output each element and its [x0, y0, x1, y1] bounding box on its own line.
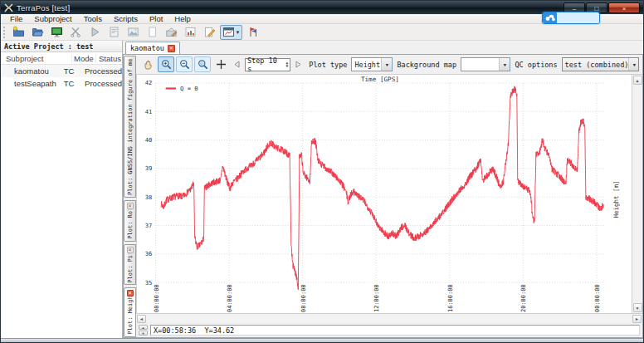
- spin-down-icon[interactable]: ▼: [286, 65, 289, 68]
- menu-subproject[interactable]: Subproject: [28, 14, 77, 24]
- report-button[interactable]: [105, 25, 122, 40]
- plot-type-select[interactable]: Height ▼: [351, 57, 393, 71]
- scroll-up-icon[interactable]: ▲: [633, 76, 642, 85]
- scroll-left-icon[interactable]: ◄: [137, 315, 146, 323]
- plot-window-icon: [222, 26, 235, 38]
- qc-options-value: test (combined): [565, 61, 629, 69]
- open-project-icon: [32, 26, 44, 38]
- svg-text:40: 40: [145, 136, 153, 144]
- statistics-button[interactable]: [182, 25, 198, 40]
- col-status: Status: [96, 54, 122, 63]
- flags-icon: [247, 26, 260, 38]
- svg-text:08:00:00: 08:00:00: [300, 284, 307, 312]
- zoom-in-tool-button[interactable]: [158, 56, 174, 72]
- flags-button[interactable]: [245, 25, 261, 40]
- horizontal-scrollbar[interactable]: ◄ ►: [136, 313, 642, 323]
- preprocess-tools-icon: [70, 26, 82, 38]
- menu-scripts[interactable]: Scripts: [108, 14, 144, 24]
- plot-page: Step 10 s ▲▼ Plot type Height ▼ Backgrou…: [136, 55, 642, 337]
- y-axis-label: Height [m]: [612, 180, 620, 218]
- cursor-coordinates: X=00:58:36 Y=34.62: [150, 325, 640, 336]
- menu-plot[interactable]: Plot: [144, 14, 168, 24]
- background-map-select[interactable]: ▼: [461, 57, 510, 71]
- scroll-right-icon[interactable]: ►: [632, 315, 642, 323]
- plot-window-button[interactable]: ▼: [220, 25, 242, 40]
- vertical-scrollbar[interactable]: ▲ ▼: [632, 75, 642, 313]
- zoom-region-tool-button[interactable]: [194, 56, 211, 72]
- dropdown-arrow-icon[interactable]: ▼: [381, 58, 392, 71]
- main-toolbar: ▼: [1, 24, 643, 41]
- plot-window-dropdown-caret[interactable]: ▼: [236, 30, 241, 35]
- table-row[interactable]: kaomatou TC Processed: [1, 65, 122, 77]
- workspace: kaomatou ✕ Plot: GNSS/INS integration fi…: [123, 41, 643, 338]
- vtab-label: Plot: Height: [127, 297, 134, 335]
- toolbar-grip[interactable]: [3, 27, 6, 38]
- app-window: TerraPos [test] – □ × File Subproject To…: [0, 0, 644, 343]
- step-size-value: Step 10 s: [247, 56, 285, 73]
- svg-text:00:00:00: 00:00:00: [593, 284, 601, 312]
- crosshair-icon: [216, 59, 227, 70]
- pan-hand-icon: [143, 59, 154, 70]
- tab-plot-gnss-ins-fom[interactable]: Plot: GNSS/INS integration figure of mer…: [124, 56, 136, 198]
- dropdown-arrow-icon[interactable]: ▼: [628, 58, 639, 71]
- preprocess-tools-button[interactable]: [67, 25, 84, 40]
- spin-down-icon[interactable]: ▼: [139, 331, 148, 336]
- view-monitor-icon: [51, 26, 63, 38]
- svg-text:35: 35: [145, 279, 153, 287]
- edit-script-icon: [203, 26, 216, 38]
- x-tick-labels: 00:00:00 04:00:00 08:00:00 12:00:00 16:0…: [152, 284, 601, 312]
- document-tabbar: kaomatou ✕: [123, 41, 643, 54]
- status-spinner[interactable]: ▲▼: [139, 325, 148, 336]
- ime-field[interactable]: [557, 12, 599, 23]
- tab-plot-pitch[interactable]: ✕ Plot: Pitch: [124, 244, 136, 286]
- step-forward-button[interactable]: [292, 56, 305, 72]
- step-forward-icon: [295, 61, 302, 68]
- tab-plot-roll[interactable]: ✕ Plot: Roll: [124, 200, 136, 242]
- floating-ime-widget[interactable]: [542, 12, 600, 24]
- qc-options-select[interactable]: test (combined) ▼: [562, 57, 639, 71]
- zoom-region-icon: [198, 59, 208, 70]
- background-map-label: Background map: [397, 61, 456, 69]
- run-process-button[interactable]: [86, 25, 103, 40]
- pan-tool-button[interactable]: [139, 56, 156, 72]
- step-size-field[interactable]: Step 10 s ▲▼: [245, 58, 290, 71]
- menu-tools[interactable]: Tools: [78, 14, 108, 24]
- svg-text:42: 42: [145, 80, 153, 87]
- plot-type-value: Height: [354, 61, 380, 69]
- new-page-button[interactable]: [144, 25, 160, 40]
- chart-area: 42 41 40 39 38 37 36 35 00:00:00: [136, 74, 642, 313]
- dropdown-arrow-icon[interactable]: ▼: [499, 58, 510, 71]
- image-view-button[interactable]: [124, 25, 141, 40]
- menu-file[interactable]: File: [4, 14, 28, 24]
- vtab-close-icon[interactable]: ✕: [127, 247, 134, 253]
- new-project-button[interactable]: [10, 25, 27, 40]
- tab-plot-height[interactable]: ✕ Plot: Height: [124, 287, 136, 337]
- table-row[interactable]: testSeapath TC Processed: [1, 77, 122, 90]
- tab-kaomatou[interactable]: kaomatou ✕: [125, 42, 180, 54]
- subproject-table: Subproject Mode Status kaomatou TC Proce…: [1, 52, 122, 90]
- run-process-icon: [89, 26, 101, 38]
- step-spinner[interactable]: ▲▼: [286, 61, 289, 68]
- close-button[interactable]: ×: [608, 2, 640, 13]
- tab-label: kaomatou: [130, 44, 164, 52]
- zoom-out-tool-button[interactable]: [176, 56, 193, 72]
- crosshair-tool-button[interactable]: [212, 56, 229, 72]
- plot-canvas[interactable]: 42 41 40 39 38 37 36 35 00:00:00: [137, 75, 632, 314]
- spin-up-icon[interactable]: ▲: [139, 325, 148, 330]
- tab-close-icon[interactable]: ✕: [168, 45, 175, 52]
- step-back-button[interactable]: [231, 56, 243, 72]
- svg-text:39: 39: [145, 164, 153, 172]
- edit-script-button[interactable]: [201, 25, 217, 40]
- chart-title: Time [GPS]: [361, 76, 399, 83]
- export-data-button[interactable]: [163, 25, 179, 40]
- view-monitor-button[interactable]: [48, 25, 65, 40]
- vtab-close-icon[interactable]: ✕: [127, 203, 134, 209]
- svg-text:36: 36: [145, 250, 153, 257]
- active-project-header: Active Project : test: [1, 41, 122, 52]
- menu-help[interactable]: Help: [168, 14, 197, 24]
- svg-text:38: 38: [145, 194, 153, 201]
- window-bottom-frame: [1, 338, 643, 343]
- scroll-down-icon[interactable]: ▼: [633, 303, 642, 312]
- vtab-close-icon[interactable]: ✕: [127, 290, 134, 296]
- open-project-button[interactable]: [29, 25, 46, 40]
